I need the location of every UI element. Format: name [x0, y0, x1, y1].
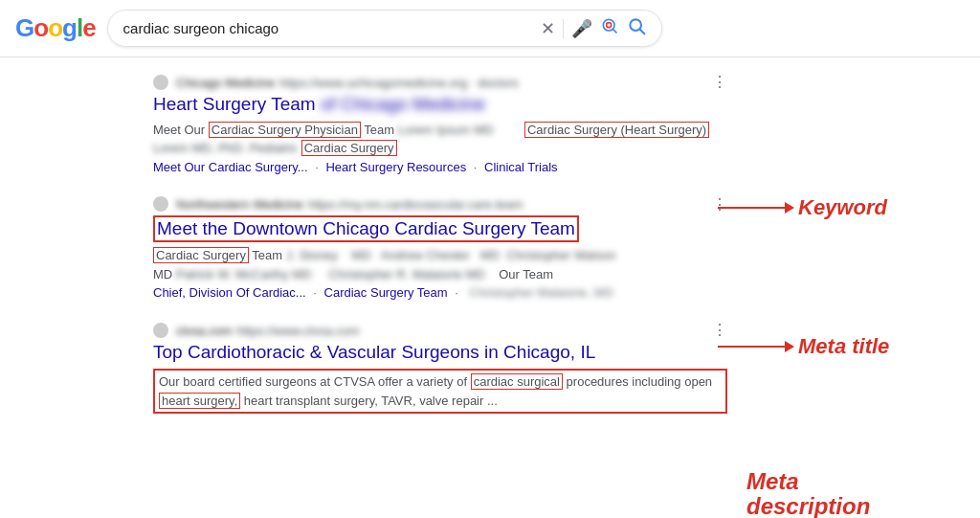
keyword-highlight-3: Cardiac Surgery: [301, 140, 397, 156]
result-title-3[interactable]: Top Cardiothoracic & Vascular Surgeons i…: [153, 341, 727, 365]
blurred-text-2: Lorem MD, PhD. Pediatric: [153, 141, 298, 155]
title-text: Heart Surgery Team: [153, 94, 321, 114]
result-link-6[interactable]: Christopher Malaisrie, MD: [466, 285, 617, 300]
result-link-3[interactable]: Clinical Trials: [484, 160, 558, 174]
result-url-3: https://www.ctvsa.com: [236, 324, 360, 338]
result-site-info-2: Northwestern Medicine https://my.nm.card…: [153, 195, 727, 214]
title-blurred: of Chicago Medicine: [321, 94, 485, 114]
result-site-info-3: ctvsa.com https://www.ctvsa.com ⋮: [153, 321, 727, 339]
favicon-3: [153, 323, 168, 338]
lens-icon[interactable]: [600, 16, 619, 40]
meta-title-arrow: [718, 341, 794, 352]
result-desc-2: Cardiac Surgery Team J. Stoney MD Andrew…: [153, 246, 727, 283]
svg-point-0: [603, 19, 614, 31]
keyword-highlight-6: heart surgery,: [159, 393, 240, 409]
site-name-2: Northwestern Medicine: [176, 197, 303, 212]
search-bar[interactable]: ✕ 🎤: [107, 10, 662, 47]
desc-text-r2c: Our Team: [496, 267, 553, 282]
blurred-link: Christopher Malaisrie, MD: [470, 285, 613, 300]
desc-text2: Team: [361, 123, 398, 137]
meta-title-box: Meet the Downtown Chicago Cardiac Surger…: [153, 215, 579, 243]
meta-desc-label: Metadescription: [746, 468, 870, 518]
result-links-2: Chief, Division Of Cardiac... · Cardiac …: [153, 285, 727, 300]
desc-text-r2b: MD: [153, 267, 176, 282]
keyword-annotation: Keyword: [718, 196, 887, 219]
search-input[interactable]: [123, 20, 533, 36]
keyword-highlight-4: Cardiac Surgery: [153, 247, 249, 263]
keyword-arrow: [718, 202, 794, 214]
logo-o1: o: [33, 13, 48, 42]
keyword-label: Keyword: [798, 196, 887, 219]
results-area: Chicago Medicine https://www.uchicagomed…: [153, 67, 727, 435]
result-url: https://www.uchicagomedicine.org · docto…: [279, 76, 519, 90]
result-link-1[interactable]: Meet Our Cardiac Surgery...: [153, 160, 308, 174]
result-links: Meet Our Cardiac Surgery... · Heart Surg…: [153, 160, 727, 174]
meta-desc-box: Our board certified surgeons at CTVSA of…: [153, 369, 727, 414]
google-logo: Google: [15, 13, 96, 43]
blurred-r2-3: Christopher Watson: [506, 248, 615, 262]
blurred-r2-4: Patrick W. McCarthy MD: [176, 267, 329, 282]
result-url-2: https://my.nm.cardiovascular.care.team: [307, 197, 523, 212]
meta-title-annotation: Meta title: [718, 335, 889, 358]
meta-title-label: Meta title: [798, 335, 889, 358]
svg-line-4: [639, 30, 644, 34]
blurred-text: Lorem Ipsum MD: [398, 123, 522, 137]
blurred-r2-5: Christopher R. Malaisrie MD: [328, 267, 495, 282]
search-divider: [563, 19, 564, 38]
keyword-highlight: Cardiac Surgery Physician: [209, 122, 361, 138]
blurred-r2-2: Andrew Chester MD: [381, 248, 507, 262]
logo-o2: o: [48, 13, 62, 42]
desc-text: Meet Our: [153, 123, 209, 137]
favicon: [153, 75, 168, 90]
site-name-3: ctvsa.com: [176, 324, 233, 338]
content-area: Chicago Medicine https://www.uchicagomed…: [0, 57, 980, 435]
site-name: Chicago Medicine: [176, 76, 275, 90]
meta-desc-annotation: Metadescription: [746, 469, 870, 518]
top-bar: Google ✕ 🎤: [0, 0, 980, 57]
desc-text-r2: Team: [249, 248, 286, 262]
meta-desc-text: Our board certified surgeons at CTVSA of…: [159, 374, 471, 389]
svg-line-2: [612, 29, 616, 33]
result-desc: Meet Our Cardiac Surgery Physician Team …: [153, 121, 727, 158]
result-item-2: Northwestern Medicine https://my.nm.card…: [153, 195, 727, 301]
result-site-info: Chicago Medicine https://www.uchicagomed…: [153, 73, 727, 91]
keyword-highlight-2: Cardiac Surgery (Heart Surgery): [524, 122, 709, 138]
meta-desc-text2: procedures including open: [563, 374, 712, 389]
logo-e: e: [82, 13, 95, 42]
favicon-2: [153, 196, 168, 212]
annotations-panel: Keyword Meta title Metadescription: [727, 134, 909, 492]
result-more-icon[interactable]: ⋮: [712, 73, 727, 91]
blurred-text-3: [397, 141, 421, 155]
result-link-5[interactable]: Cardiac Surgery Team: [324, 285, 448, 300]
logo-g2: g: [62, 13, 77, 42]
result-item-3: ctvsa.com https://www.ctvsa.com ⋮ Top Ca…: [153, 321, 727, 414]
keyword-highlight-5: cardiac surgical: [471, 373, 563, 390]
search-icon[interactable]: [627, 16, 646, 40]
result-title[interactable]: Heart Surgery Team of Chicago Medicine: [153, 93, 727, 117]
voice-icon[interactable]: 🎤: [571, 18, 592, 39]
result-link-2[interactable]: Heart Surgery Resources: [325, 160, 466, 174]
clear-icon[interactable]: ✕: [541, 18, 555, 39]
meta-desc-text3: heart transplant surgery, TAVR, valve re…: [240, 394, 498, 408]
logo-g: G: [15, 13, 33, 42]
result-link-4[interactable]: Chief, Division Of Cardiac...: [153, 285, 306, 300]
svg-point-1: [606, 23, 611, 28]
blurred-r2-1: J. Stoney MD: [286, 248, 381, 262]
result-desc-3: Our board certified surgeons at CTVSA of…: [153, 369, 727, 414]
result-item: Chicago Medicine https://www.uchicagomed…: [153, 73, 727, 174]
result-title-2[interactable]: Meet the Downtown Chicago Cardiac Surger…: [153, 215, 727, 243]
